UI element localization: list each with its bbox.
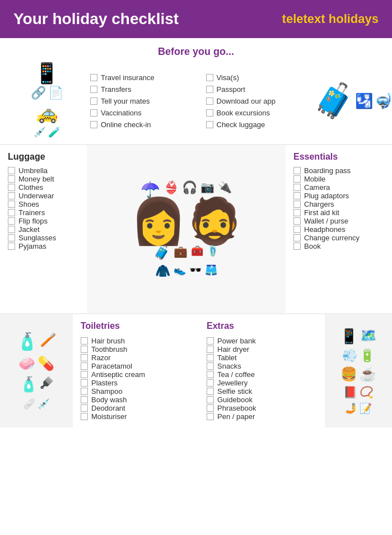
list-item[interactable]: Book excursions (206, 109, 316, 117)
list-item[interactable]: Underwear (8, 192, 79, 200)
list-item[interactable]: Clothes (8, 183, 79, 192)
list-item[interactable]: Sunglasses (8, 234, 79, 242)
list-item[interactable]: Paracetamol (81, 362, 191, 370)
checkbox[interactable] (206, 121, 213, 128)
list-item[interactable]: Deodorant (81, 404, 191, 412)
checkbox[interactable] (81, 362, 88, 370)
list-item[interactable]: Toothbrush (81, 345, 191, 353)
list-item[interactable]: Hair dryer (207, 345, 317, 353)
checkbox[interactable] (90, 74, 97, 81)
list-item[interactable]: Online check-in (90, 120, 200, 129)
checkbox[interactable] (81, 346, 88, 353)
list-item[interactable]: Snacks (207, 362, 317, 370)
list-item[interactable]: Chargers (293, 200, 384, 208)
checkbox[interactable] (8, 243, 15, 250)
checkbox[interactable] (207, 371, 214, 378)
list-item[interactable]: Pyjamas (8, 242, 79, 250)
checkbox[interactable] (207, 388, 214, 395)
list-item[interactable]: Antiseptic cream (81, 370, 191, 379)
checkbox[interactable] (207, 396, 214, 403)
checkbox[interactable] (90, 121, 97, 128)
list-item[interactable]: Flip flops (8, 217, 79, 225)
list-item[interactable]: Download our app (206, 97, 316, 105)
list-item[interactable]: Headphones (293, 225, 384, 234)
list-item[interactable]: Tea / coffee (207, 370, 317, 379)
checkbox[interactable] (293, 167, 301, 174)
list-item[interactable]: Jewellery (207, 379, 317, 387)
checkbox[interactable] (293, 209, 301, 216)
checkbox[interactable] (207, 362, 214, 370)
list-item[interactable]: Guidebook (207, 396, 317, 404)
list-item[interactable]: Travel insurance (90, 73, 200, 82)
list-item[interactable]: Shampoo (81, 387, 191, 396)
list-item[interactable]: Power bank (207, 337, 317, 345)
list-item[interactable]: Moisturiser (81, 412, 191, 421)
checkbox[interactable] (293, 217, 301, 225)
list-item[interactable]: Boarding pass (293, 166, 384, 175)
list-item[interactable]: Money belt (8, 175, 79, 183)
list-item[interactable]: Transfers (90, 85, 200, 94)
list-item[interactable]: Passport (206, 85, 316, 94)
list-item[interactable]: Wallet / purse (293, 217, 384, 225)
list-item[interactable]: Hair brush (81, 337, 191, 345)
checkbox[interactable] (293, 226, 301, 233)
checkbox[interactable] (206, 97, 213, 105)
list-item[interactable]: Phrasebook (207, 404, 317, 412)
list-item[interactable]: Umbrella (8, 166, 79, 175)
checkbox[interactable] (207, 413, 214, 420)
list-item[interactable]: Vaccinations (90, 109, 200, 117)
checkbox[interactable] (8, 226, 15, 233)
list-item[interactable]: Change currency (293, 234, 384, 242)
checkbox[interactable] (90, 86, 97, 93)
list-item[interactable]: Check luggage (206, 120, 316, 129)
checkbox[interactable] (207, 379, 214, 387)
list-item[interactable]: Book (293, 242, 384, 250)
list-item[interactable]: Visa(s) (206, 73, 316, 82)
checkbox[interactable] (293, 234, 301, 241)
list-item[interactable]: Selfie stick (207, 387, 317, 396)
list-item[interactable]: Pen / paper (207, 412, 317, 421)
checkbox[interactable] (8, 209, 15, 216)
list-item[interactable]: First aid kit (293, 208, 384, 217)
checkbox[interactable] (8, 184, 15, 191)
checkbox[interactable] (206, 74, 213, 81)
checkbox[interactable] (293, 243, 301, 250)
checkbox[interactable] (81, 354, 88, 361)
checkbox[interactable] (293, 192, 301, 199)
checkbox[interactable] (81, 396, 88, 403)
checkbox[interactable] (90, 109, 97, 117)
list-item[interactable]: Tablet (207, 353, 317, 362)
list-item[interactable]: Tell your mates (90, 97, 200, 105)
list-item[interactable]: Body wash (81, 396, 191, 404)
checkbox[interactable] (293, 201, 301, 208)
checkbox[interactable] (207, 404, 214, 412)
list-item[interactable]: Shoes (8, 200, 79, 208)
checkbox[interactable] (207, 354, 214, 361)
list-item[interactable]: Razor (81, 353, 191, 362)
checkbox[interactable] (206, 109, 213, 117)
checkbox[interactable] (8, 201, 15, 208)
list-item[interactable]: Trainers (8, 208, 79, 217)
list-item[interactable]: Camera (293, 183, 384, 192)
checkbox[interactable] (293, 184, 301, 191)
checkbox[interactable] (81, 337, 88, 345)
list-item[interactable]: Jacket (8, 225, 79, 234)
list-item[interactable]: Plasters (81, 379, 191, 387)
checkbox[interactable] (8, 234, 15, 241)
checkbox[interactable] (206, 86, 213, 93)
checkbox[interactable] (81, 413, 88, 420)
checkbox[interactable] (81, 371, 88, 378)
list-item[interactable]: Mobile (293, 175, 384, 183)
checkbox[interactable] (293, 175, 301, 183)
checkbox[interactable] (8, 217, 15, 225)
checkbox[interactable] (207, 337, 214, 345)
checkbox[interactable] (8, 167, 15, 174)
checkbox[interactable] (90, 97, 97, 105)
list-item[interactable]: Plug adaptors (293, 192, 384, 200)
checkbox[interactable] (81, 388, 88, 395)
checkbox[interactable] (207, 346, 214, 353)
checkbox[interactable] (81, 404, 88, 412)
checkbox[interactable] (81, 379, 88, 387)
checkbox[interactable] (8, 175, 15, 183)
checkbox[interactable] (8, 192, 15, 199)
